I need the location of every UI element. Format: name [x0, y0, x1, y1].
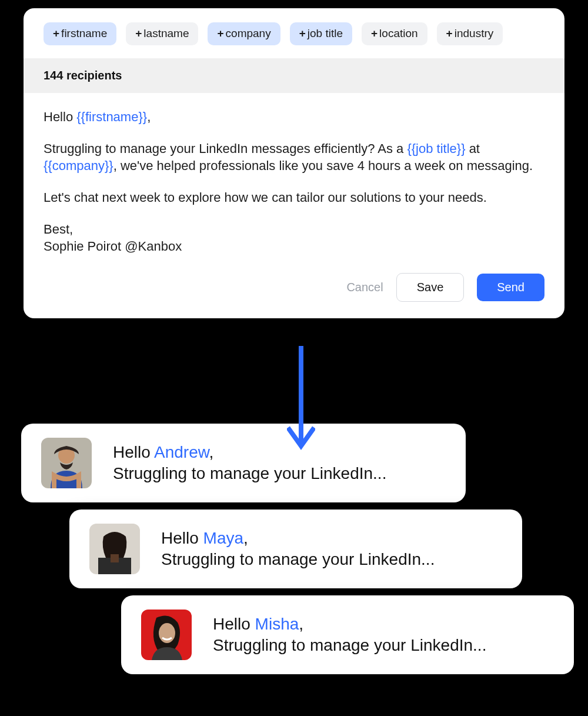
template-editor-card: + firstname + lastname + company + job t… [24, 8, 564, 318]
chip-label: firstname [61, 27, 107, 40]
chip-lastname[interactable]: + lastname [126, 22, 198, 45]
chip-job-title[interactable]: + job title [290, 22, 352, 45]
preview-text: Hello Maya, Struggling to manage your Li… [161, 528, 435, 571]
editor-footer-actions: Cancel Save Send [24, 261, 564, 318]
plus-icon: + [217, 27, 223, 40]
preview-name: Misha [255, 615, 299, 633]
chip-company[interactable]: + company [208, 22, 280, 45]
preview-greeting-suffix: , [299, 615, 303, 633]
cancel-button[interactable]: Cancel [346, 281, 383, 294]
preview-greeting: Hello [213, 615, 255, 633]
preview-body: Struggling to manage your LinkedIn... [113, 463, 386, 484]
token-company: {{company}} [44, 158, 113, 173]
plus-icon: + [299, 27, 306, 40]
preview-name: Maya [203, 529, 243, 547]
greeting-suffix: , [147, 109, 151, 124]
plus-icon: + [135, 27, 142, 40]
recipients-count-text: 144 recipients [44, 69, 122, 82]
greeting-text: Hello [44, 109, 76, 124]
chip-firstname[interactable]: + firstname [44, 22, 116, 45]
avatar [89, 524, 140, 574]
avatar [41, 438, 92, 488]
chip-label: job title [308, 27, 343, 40]
signature-text: Sophie Poirot @Kanbox [44, 239, 182, 254]
chip-industry[interactable]: + industry [437, 22, 503, 45]
preview-text: Hello Andrew, Struggling to manage your … [113, 442, 386, 485]
body-text: Let's chat next week to explore how we c… [44, 189, 544, 207]
send-button[interactable]: Send [477, 274, 544, 301]
variable-chips-row: + firstname + lastname + company + job t… [24, 8, 564, 58]
avatar [141, 610, 192, 660]
preview-body: Struggling to manage your LinkedIn... [161, 549, 435, 570]
chip-location[interactable]: + location [362, 22, 427, 45]
preview-name: Andrew [154, 443, 209, 461]
message-template-editor[interactable]: Hello {{firstname}}, Struggling to manag… [24, 93, 564, 261]
plus-icon: + [53, 27, 59, 40]
chip-label: company [226, 27, 271, 40]
save-button[interactable]: Save [396, 273, 465, 302]
preview-card: Hello Andrew, Struggling to manage your … [21, 424, 466, 502]
preview-greeting-suffix: , [243, 529, 248, 547]
signoff-text: Best, [44, 222, 73, 237]
preview-card: Hello Misha, Struggling to manage your L… [121, 595, 574, 674]
chip-label: industry [455, 27, 494, 40]
preview-text: Hello Misha, Struggling to manage your L… [213, 614, 486, 657]
chip-label: lastname [143, 27, 189, 40]
preview-card: Hello Maya, Struggling to manage your Li… [69, 509, 522, 588]
body-text: at [466, 141, 480, 156]
svg-rect-6 [111, 554, 119, 562]
token-job-title: {{job title}} [407, 141, 465, 156]
recipients-count-bar: 144 recipients [24, 58, 564, 93]
preview-greeting: Hello [161, 529, 203, 547]
body-text: , we've helped professionals like you sa… [113, 158, 533, 173]
preview-greeting: Hello [113, 443, 154, 461]
preview-greeting-suffix: , [209, 443, 213, 461]
plus-icon: + [446, 27, 453, 40]
chip-label: location [379, 27, 418, 40]
token-firstname: {{firstname}} [76, 109, 147, 124]
body-text: Struggling to manage your LinkedIn messa… [44, 141, 407, 156]
preview-body: Struggling to manage your LinkedIn... [213, 635, 486, 656]
plus-icon: + [371, 27, 377, 40]
